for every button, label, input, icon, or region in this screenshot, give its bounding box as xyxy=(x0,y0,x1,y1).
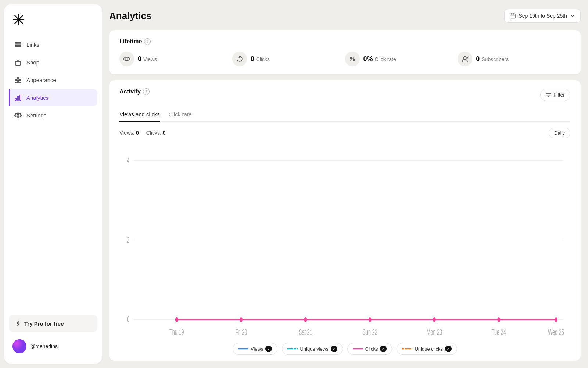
legend-clicks[interactable]: Clicks ✓ xyxy=(347,343,392,355)
filter-button[interactable]: Filter xyxy=(540,89,570,101)
views-legend-line xyxy=(238,347,248,351)
svg-text:Tue 24: Tue 24 xyxy=(492,328,506,336)
svg-point-18 xyxy=(464,57,466,59)
username: @mehedihs xyxy=(30,343,58,349)
try-pro-button[interactable]: Try Pro for free xyxy=(9,315,97,332)
legend-unique-views[interactable]: Unique views ✓ xyxy=(282,343,343,355)
svg-point-36 xyxy=(369,317,372,322)
chart-area: 4 2 0 Thu 19 Fri 20 Sat 21 Sun 22 Mon 23… xyxy=(119,142,570,338)
activity-header: Activity ? Filter xyxy=(119,88,570,102)
sidebar-item-analytics[interactable]: Analytics xyxy=(9,89,97,106)
legend-views[interactable]: Views ✓ xyxy=(233,343,277,355)
svg-rect-1 xyxy=(15,44,21,45)
avatar xyxy=(12,339,26,353)
clicks-stat-icon xyxy=(232,52,247,66)
svg-text:Fri 20: Fri 20 xyxy=(235,328,247,336)
settings-icon xyxy=(14,111,22,119)
sidebar-item-settings[interactable]: Settings xyxy=(9,107,97,124)
svg-text:2: 2 xyxy=(127,235,129,244)
activity-card: Activity ? Filter Views and clicks Click… xyxy=(109,80,581,361)
analytics-icon xyxy=(14,93,22,102)
filter-icon xyxy=(546,92,551,98)
sidebar-item-label: Appearance xyxy=(26,77,56,83)
chart-legend: Views ✓ Unique views ✓ Clicks ✓ xyxy=(119,338,570,361)
stat-views: 0 Views xyxy=(119,52,232,66)
legend-unique-clicks-label: Unique clicks xyxy=(415,346,443,352)
clicks-summary: Clicks: 0 xyxy=(146,130,166,136)
svg-text:Mon 23: Mon 23 xyxy=(427,328,442,336)
unique-views-legend-line xyxy=(287,347,298,351)
legend-unique-clicks[interactable]: Unique clicks ✓ xyxy=(397,343,457,355)
shop-icon xyxy=(14,58,22,66)
sidebar-item-links[interactable]: Links xyxy=(9,36,97,53)
svg-point-13 xyxy=(12,339,26,353)
svg-point-39 xyxy=(555,317,557,322)
chart-controls: Views: 0 Clicks: 0 Daily xyxy=(119,128,570,138)
sidebar-item-label: Analytics xyxy=(26,95,49,101)
activity-chart: 4 2 0 Thu 19 Fri 20 Sat 21 Sun 22 Mon 23… xyxy=(119,142,570,338)
activity-help-icon[interactable]: ? xyxy=(143,88,150,95)
page-header: Analytics Sep 19th to Sep 25th xyxy=(109,7,581,30)
lifetime-help-icon[interactable]: ? xyxy=(144,38,151,45)
links-icon xyxy=(14,40,22,49)
svg-point-38 xyxy=(497,317,500,322)
page-title: Analytics xyxy=(109,10,152,22)
svg-rect-9 xyxy=(17,96,19,100)
sidebar: Links Shop Appearance xyxy=(4,4,102,364)
sidebar-item-appearance[interactable]: Appearance xyxy=(9,71,97,88)
click-rate-stat-icon xyxy=(345,52,360,66)
stat-click-rate: 0% Click rate xyxy=(345,52,458,66)
sidebar-item-shop[interactable]: Shop xyxy=(9,54,97,71)
svg-rect-3 xyxy=(15,61,21,65)
unique-clicks-check: ✓ xyxy=(445,346,452,352)
views-summary: Views: 0 xyxy=(119,130,139,136)
svg-text:Sun 22: Sun 22 xyxy=(363,328,377,336)
lifetime-title: Lifetime ? xyxy=(119,38,570,45)
svg-text:Thu 19: Thu 19 xyxy=(169,328,184,336)
stat-subscribers-text: 0 Subscribers xyxy=(476,55,509,63)
svg-point-33 xyxy=(175,317,178,322)
stat-views-text: 0 Views xyxy=(138,55,157,63)
date-range-picker[interactable]: Sep 19th to Sep 25th xyxy=(504,9,581,23)
svg-text:4: 4 xyxy=(127,156,129,164)
svg-point-15 xyxy=(126,58,128,60)
daily-button[interactable]: Daily xyxy=(549,128,570,138)
sidebar-item-label: Links xyxy=(26,42,39,48)
stat-click-rate-text: 0% Click rate xyxy=(363,55,396,63)
svg-rect-2 xyxy=(15,46,21,47)
activity-tabs: Views and clicks Click rate xyxy=(119,107,570,122)
tab-click-rate[interactable]: Click rate xyxy=(169,107,192,122)
clicks-check: ✓ xyxy=(380,346,387,352)
lightning-icon xyxy=(15,320,21,327)
tab-views-clicks[interactable]: Views and clicks xyxy=(119,107,160,122)
try-pro-label: Try Pro for free xyxy=(24,321,64,327)
lifetime-card: Lifetime ? 0 Views xyxy=(109,30,581,74)
svg-marker-11 xyxy=(14,112,22,118)
svg-point-37 xyxy=(433,317,436,322)
svg-rect-6 xyxy=(15,80,18,83)
unique-views-check: ✓ xyxy=(331,346,337,352)
chevron-down-icon xyxy=(570,13,575,18)
svg-text:Sat 21: Sat 21 xyxy=(299,328,312,336)
svg-rect-10 xyxy=(20,95,21,100)
activity-title: Activity ? xyxy=(119,88,150,95)
legend-clicks-label: Clicks xyxy=(365,346,378,352)
views-check: ✓ xyxy=(265,346,272,352)
calendar-icon xyxy=(510,13,516,19)
appearance-icon xyxy=(14,76,22,84)
svg-point-16 xyxy=(350,57,352,59)
user-profile[interactable]: @mehedihs xyxy=(9,336,97,356)
stat-subscribers: 0 Subscribers xyxy=(458,52,570,66)
svg-rect-8 xyxy=(15,98,17,100)
legend-views-label: Views xyxy=(251,346,263,352)
unique-clicks-legend-line xyxy=(402,347,412,351)
svg-point-34 xyxy=(240,317,243,322)
legend-unique-views-label: Unique views xyxy=(300,346,328,352)
svg-rect-5 xyxy=(18,77,21,79)
chart-summary: Views: 0 Clicks: 0 xyxy=(119,130,166,136)
stat-clicks-text: 0 Clicks xyxy=(251,55,270,63)
stat-clicks: 0 Clicks xyxy=(232,52,345,66)
svg-rect-14 xyxy=(510,14,515,18)
svg-text:0: 0 xyxy=(127,315,129,323)
subscribers-stat-icon xyxy=(458,52,472,66)
